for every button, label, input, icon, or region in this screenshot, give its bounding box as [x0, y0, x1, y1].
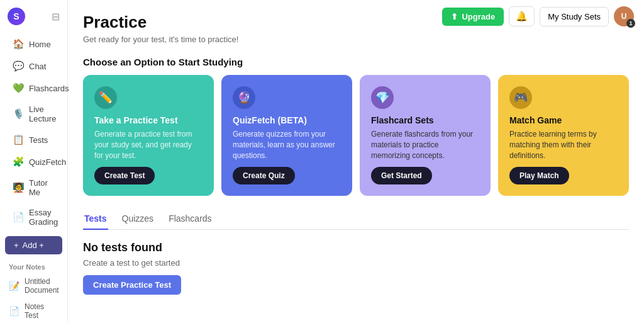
- page-subtitle: Get ready for your test, it's time to pr…: [83, 35, 629, 44]
- your-notes-label: Your Notes: [0, 258, 67, 273]
- note-icon-notes-test: 📄: [9, 306, 19, 316]
- create-test-button[interactable]: Create Test: [94, 167, 155, 184]
- option-cards-row: ✏️ Take a Practice Test Generate a pract…: [83, 75, 629, 196]
- chat-icon: 💬: [13, 60, 24, 72]
- section-heading: Choose an Option to Start Studying: [83, 57, 629, 67]
- home-icon: 🏠: [13, 38, 24, 50]
- sidebar-item-live-lecture-label: Live Lecture: [29, 105, 56, 123]
- note-icon-untitled: 📝: [9, 281, 19, 291]
- essay-grading-icon: 📄: [13, 212, 24, 223]
- sidebar-item-essay-grading[interactable]: 📄 Essay Grading: [4, 203, 64, 232]
- add-label: Add +: [23, 241, 44, 250]
- play-match-button-label: Play Match: [519, 171, 559, 180]
- sidebar-item-home[interactable]: 🏠 Home: [4, 33, 64, 55]
- quizfetch-card-desc: Generate quizzes from your materials, le…: [233, 129, 341, 161]
- create-test-button-label: Create Test: [104, 171, 145, 180]
- no-tests-area: No tests found Create a test to get star…: [83, 230, 629, 295]
- practice-test-card-title: Take a Practice Test: [94, 115, 203, 125]
- notes-item-untitled-label: Untitled Document: [25, 277, 59, 295]
- no-tests-subtitle: Create a test to get started: [83, 258, 629, 268]
- get-started-button-label: Get Started: [381, 171, 422, 180]
- sidebar-item-flashcards[interactable]: 💚 Flashcards: [4, 77, 64, 99]
- match-game-card-icon: 🎮: [509, 86, 532, 109]
- sidebar-item-home-label: Home: [29, 40, 51, 49]
- sidebar-item-tutor-me-label: Tutor Me: [29, 178, 55, 197]
- quizfetch-card-title: QuizFetch (BETA): [233, 115, 341, 125]
- sidebar-nav: 🏠 Home 💬 Chat 💚 Flashcards 🎙️ Live Lectu…: [0, 33, 67, 232]
- tabs-row: Tests Quizzes Flashcards: [83, 208, 629, 230]
- quizfetch-card: 🔮 QuizFetch (BETA) Generate quizzes from…: [221, 75, 352, 196]
- live-lecture-icon: 🎙️: [13, 108, 24, 120]
- add-icon: +: [14, 241, 19, 250]
- practice-test-card-icon: ✏️: [94, 86, 117, 109]
- practice-test-card: ✏️ Take a Practice Test Generate a pract…: [83, 75, 214, 196]
- main-content: Practice Get ready for your test, it's t…: [68, 0, 644, 323]
- quizfetch-card-icon: 🔮: [233, 86, 255, 109]
- notes-item-untitled[interactable]: 📝 Untitled Document: [0, 273, 67, 298]
- tab-tests[interactable]: Tests: [83, 208, 108, 230]
- app-logo-icon: S: [8, 8, 25, 25]
- play-match-button[interactable]: Play Match: [509, 167, 569, 184]
- tab-flashcards[interactable]: Flashcards: [167, 208, 213, 230]
- sidebar-item-quizfetch[interactable]: 🧩 QuizFetch: [4, 151, 64, 173]
- sidebar: S ⊟ 🏠 Home 💬 Chat 💚 Flashcards 🎙️ Live L…: [0, 0, 68, 323]
- no-tests-title: No tests found: [83, 241, 629, 254]
- sidebar-item-tutor-me[interactable]: 🧑‍🏫 Tutor Me: [4, 173, 64, 202]
- page-title: Practice: [83, 13, 629, 32]
- tab-quizzes-label: Quizzes: [122, 213, 154, 224]
- flashcard-sets-card-icon: 💎: [371, 86, 394, 109]
- logo-letter: S: [13, 11, 19, 21]
- create-practice-test-button-label: Create Practice Test: [93, 280, 171, 290]
- sidebar-item-chat-label: Chat: [29, 62, 46, 71]
- sidebar-item-quizfetch-label: QuizFetch: [29, 157, 66, 167]
- sidebar-toggle-icon[interactable]: ⊟: [52, 11, 60, 23]
- sidebar-item-tests-label: Tests: [29, 135, 48, 145]
- tests-icon: 📋: [13, 134, 24, 145]
- tutor-me-icon: 🧑‍🏫: [13, 182, 24, 193]
- match-game-card-title: Match Game: [509, 115, 618, 125]
- quizfetch-icon: 🧩: [13, 156, 24, 167]
- tab-quizzes[interactable]: Quizzes: [121, 208, 155, 230]
- notes-item-notes-test[interactable]: 📄 Notes Test: [0, 298, 67, 323]
- flashcard-sets-card-title: Flashcard Sets: [371, 115, 479, 125]
- sidebar-item-chat[interactable]: 💬 Chat: [4, 55, 64, 77]
- flashcards-icon: 💚: [13, 82, 24, 94]
- sidebar-item-tests[interactable]: 📋 Tests: [4, 129, 64, 150]
- create-practice-test-button[interactable]: Create Practice Test: [83, 275, 181, 295]
- tab-tests-label: Tests: [84, 213, 107, 224]
- notes-item-notes-test-label: Notes Test: [25, 302, 58, 320]
- practice-test-card-desc: Generate a practice test from your study…: [94, 129, 203, 161]
- flashcard-sets-card-desc: Generate flashcards from your materials …: [371, 129, 479, 161]
- create-quiz-button[interactable]: Create Quiz: [233, 167, 295, 184]
- match-game-card: 🎮 Match Game Practice learning terms by …: [498, 75, 629, 196]
- sidebar-item-live-lecture[interactable]: 🎙️ Live Lecture: [4, 99, 64, 128]
- get-started-button[interactable]: Get Started: [371, 167, 432, 184]
- create-quiz-button-label: Create Quiz: [243, 171, 285, 180]
- tab-flashcards-label: Flashcards: [169, 213, 211, 224]
- add-button[interactable]: + Add +: [5, 236, 62, 254]
- sidebar-item-flashcards-label: Flashcards: [29, 84, 69, 93]
- sidebar-item-essay-grading-label: Essay Grading: [29, 208, 58, 227]
- sidebar-logo: S ⊟: [0, 8, 67, 33]
- match-game-card-desc: Practice learning terms by matching them…: [509, 129, 618, 161]
- flashcard-sets-card: 💎 Flashcard Sets Generate flashcards fro…: [360, 75, 491, 196]
